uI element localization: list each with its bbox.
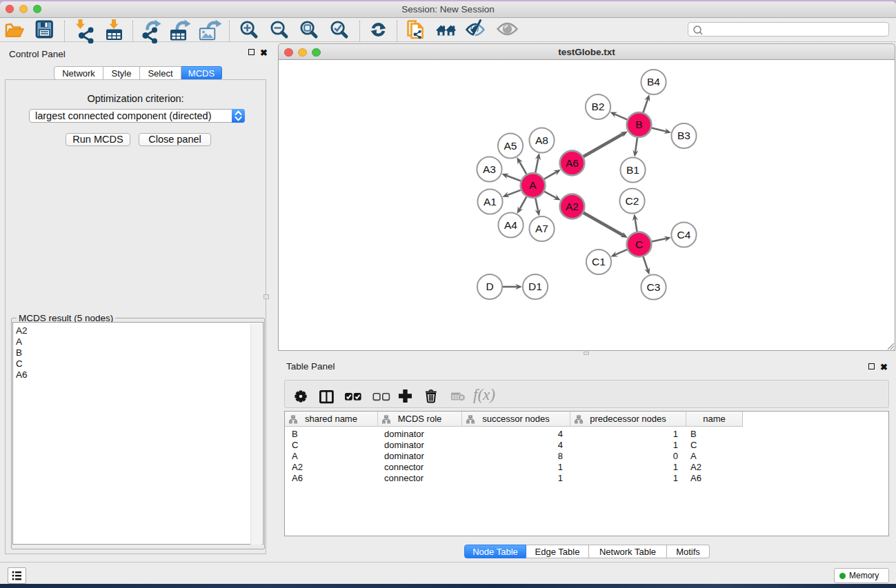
svg-text:A2: A2 [566,201,579,212]
svg-text:A: A [529,179,537,191]
svg-text:A1: A1 [484,196,497,207]
svg-text:A3: A3 [483,163,496,175]
svg-text:B3: B3 [677,130,690,141]
svg-text:A5: A5 [504,140,517,152]
svg-text:C: C [635,239,643,250]
svg-text:B: B [635,119,642,130]
svg-text:C1: C1 [592,256,606,267]
svg-text:B2: B2 [592,101,605,112]
svg-text:C4: C4 [677,229,691,241]
svg-text:C2: C2 [626,195,639,207]
svg-text:D: D [486,281,493,292]
svg-text:C3: C3 [647,281,661,293]
svg-text:A7: A7 [535,223,548,234]
svg-text:A6: A6 [566,157,579,169]
svg-text:B4: B4 [647,76,660,88]
svg-text:D1: D1 [528,281,542,292]
svg-text:B1: B1 [626,164,639,176]
svg-text:A8: A8 [535,134,548,146]
svg-text:A4: A4 [504,219,517,231]
